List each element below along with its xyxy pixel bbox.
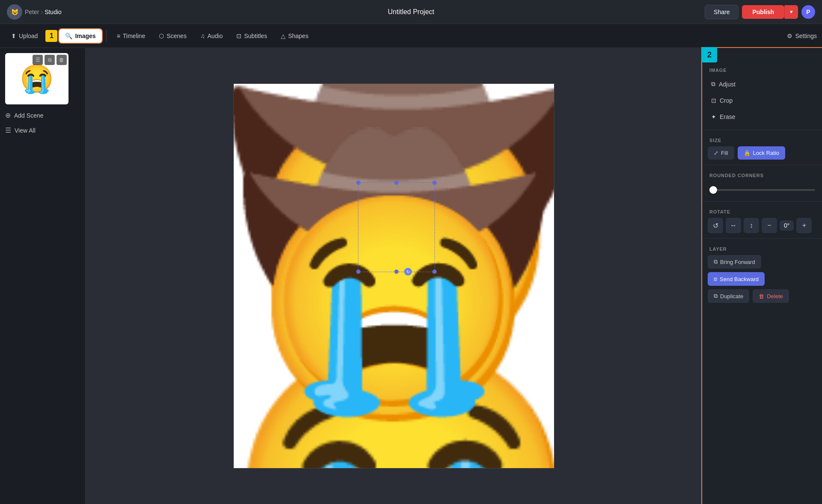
audio-label: Audio <box>207 33 223 39</box>
settings-button[interactable]: ⚙ Settings <box>787 33 817 39</box>
timeline-button[interactable]: ≡ Timeline <box>111 29 152 43</box>
list-icon: ☰ <box>5 126 11 134</box>
send-backward-label: Send Backward <box>720 276 759 282</box>
avatar-wrap: 😺 Peter › Studio <box>7 4 62 20</box>
duplicate-label: Duplicate <box>720 293 743 299</box>
topbar: 😺 Peter › Studio Untitled Project Share … <box>0 0 822 24</box>
left-actions: ⊕ Add Scene ☰ View All <box>5 110 80 136</box>
layer-row-1: ⧉ Bring Forward <box>708 255 817 269</box>
scenes-label: Scenes <box>167 33 187 39</box>
shapes-label: Shapes <box>288 33 308 39</box>
adjust-icon: ⧉ <box>711 80 715 88</box>
rotate-plus-button[interactable]: + <box>796 218 812 233</box>
image-tools: ⧉ Adjust ⊡ Crop ✦ Erase <box>703 76 822 130</box>
bring-forward-button[interactable]: ⧉ Bring Forward <box>708 255 761 269</box>
lock-ratio-button[interactable]: 🔒 Lock Ratio <box>738 146 785 160</box>
erase-label: Erase <box>720 113 736 120</box>
shapes-icon: △ <box>281 33 286 39</box>
size-section: ⤢ Fill 🔒 Lock Ratio <box>703 146 822 165</box>
layer-row-2: ⧈ Send Backward <box>708 272 817 286</box>
flip-h-button[interactable]: ↔ <box>726 218 741 233</box>
scene-thumbnail[interactable]: 😭 ☰ ⧉ 🗑 <box>5 53 68 104</box>
topbar-right: Share Publish ▾ P <box>705 5 815 19</box>
search-icon: 🔍 <box>65 33 72 39</box>
rounded-corners-slider[interactable] <box>709 189 815 191</box>
flip-v-button[interactable]: ↕ <box>744 218 759 233</box>
scenes-button[interactable]: ⬡ Scenes <box>153 29 193 43</box>
breadcrumb: Peter › Studio <box>25 9 62 15</box>
fill-button[interactable]: ⤢ Fill <box>708 146 734 160</box>
shapes-button[interactable]: △ Shapes <box>275 29 314 43</box>
divider-1 <box>703 130 822 130</box>
fill-label: Fill <box>721 150 728 156</box>
scene-copy-icon[interactable]: ⧉ <box>45 55 55 65</box>
user-avatar-icon[interactable]: 😺 <box>7 4 22 20</box>
add-scene-label: Add Scene <box>14 112 44 119</box>
duplicate-icon: ⧉ <box>714 293 718 299</box>
toolbar: ⬆ Upload 1 🔍 Images ≡ Timeline ⬡ Scenes … <box>0 24 822 48</box>
layer-section: ⧉ Bring Forward ⧈ Send Backward ⧉ Duplic… <box>703 255 822 310</box>
send-backward-button[interactable]: ⧈ Send Backward <box>708 272 765 286</box>
section-rounded-title: ROUNDED CORNERS <box>703 167 822 181</box>
rotate-section: ↺ ↔ ↕ − 0° + <box>703 218 822 238</box>
rounded-section <box>703 181 822 201</box>
audio-button[interactable]: ♫ Audio <box>194 29 229 43</box>
publish-caret-button[interactable]: ▾ <box>784 5 798 19</box>
canvas-wrapper[interactable]: 🤠😭 🤠 😭 <box>233 83 554 468</box>
canvas-area[interactable]: 🤠😭 🤠 😭 <box>86 48 702 504</box>
images-button[interactable]: 🔍 Images <box>59 29 101 43</box>
delete-button[interactable]: 🗑 Delete <box>753 289 789 303</box>
lock-icon: 🔒 <box>744 150 751 156</box>
erase-button[interactable]: ✦ Erase <box>706 109 819 125</box>
adjust-button[interactable]: ⧉ Adjust <box>706 76 819 92</box>
slider-wrap <box>708 181 817 196</box>
timeline-icon: ≡ <box>117 33 120 39</box>
scenes-icon: ⬡ <box>159 33 164 39</box>
main-layout: 😭 ☰ ⧉ 🗑 ⊕ Add Scene ☰ View All 🤠😭 <box>0 48 822 504</box>
duplicate-button[interactable]: ⧉ Duplicate <box>708 289 749 303</box>
canvas-content: 🤠😭 🤠 😭 <box>234 84 554 468</box>
project-title[interactable]: Untitled Project <box>388 8 435 16</box>
settings-label: Settings <box>795 33 817 39</box>
rotate-degree: 0° <box>784 222 789 229</box>
section-image-title: IMAGE <box>703 48 822 76</box>
delete-label: Delete <box>767 293 783 299</box>
user-initial-avatar[interactable]: P <box>801 5 815 19</box>
section-size-title: SIZE <box>703 132 822 146</box>
send-backward-icon: ⧈ <box>714 276 717 282</box>
timeline-label: Timeline <box>123 33 145 39</box>
add-scene-button[interactable]: ⊕ Add Scene <box>5 110 80 121</box>
publish-button[interactable]: Publish <box>742 5 784 19</box>
upload-icon: ⬆ <box>11 33 16 39</box>
scene-delete-icon[interactable]: 🗑 <box>57 55 67 65</box>
publish-group: Publish ▾ <box>742 5 798 19</box>
left-panel: 😭 ☰ ⧉ 🗑 ⊕ Add Scene ☰ View All <box>0 48 86 504</box>
share-button[interactable]: Share <box>705 5 739 19</box>
toolbar-divider <box>106 30 107 42</box>
scene-menu-icon[interactable]: ☰ <box>33 55 43 65</box>
crop-label: Crop <box>720 97 733 104</box>
topbar-left: 😺 Peter › Studio <box>7 4 62 20</box>
upload-button[interactable]: ⬆ Upload <box>5 29 44 43</box>
subtitles-button[interactable]: ⊡ Subtitles <box>230 29 273 43</box>
rotate-controls: ↺ ↔ ↕ − 0° + <box>708 218 817 233</box>
breadcrumb-sep: › <box>41 9 43 15</box>
rotate-minus-button[interactable]: − <box>762 218 777 233</box>
step2-badge: 2 <box>702 47 717 62</box>
subtitles-icon: ⊡ <box>236 33 241 39</box>
scene-controls: ☰ ⧉ 🗑 <box>33 55 67 65</box>
breadcrumb-studio[interactable]: Studio <box>45 9 62 15</box>
section-layer-title: LAYER <box>703 240 822 255</box>
rotate-value-display: 0° <box>780 220 794 231</box>
rotate-ccw-button[interactable]: ↺ <box>708 218 723 233</box>
view-all-button[interactable]: ☰ View All <box>5 125 80 136</box>
divider-3 <box>703 201 822 202</box>
emoji-overlay: 😭 <box>234 84 554 468</box>
delete-icon: 🗑 <box>759 293 764 299</box>
step1-badge: 1 <box>45 30 57 42</box>
gear-icon: ⚙ <box>787 33 792 39</box>
crop-button[interactable]: ⊡ Crop <box>706 93 819 108</box>
crop-icon: ⊡ <box>711 97 716 104</box>
breadcrumb-user[interactable]: Peter <box>25 9 39 15</box>
adjust-label: Adjust <box>719 81 736 88</box>
